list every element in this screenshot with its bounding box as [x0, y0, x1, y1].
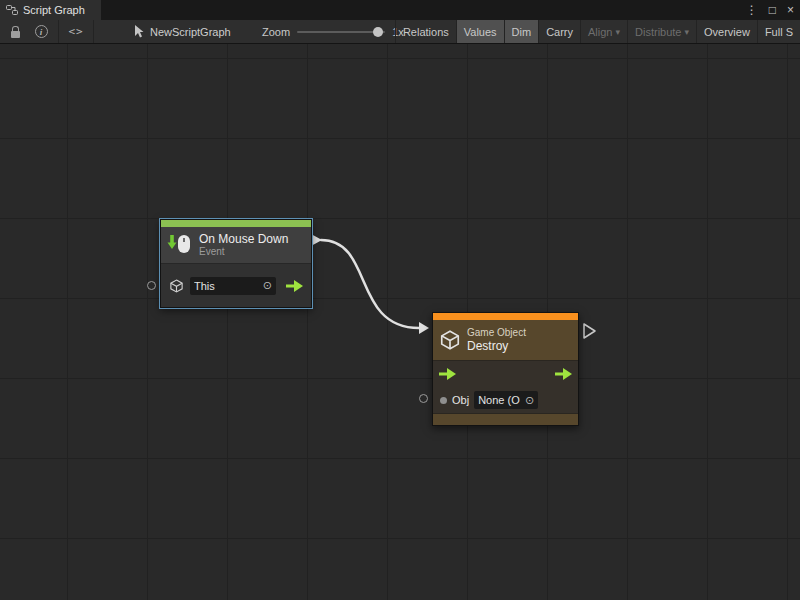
- info-button[interactable]: i: [28, 20, 54, 43]
- overview-button-label: Overview: [704, 26, 750, 38]
- flow-input-port-icon[interactable]: [439, 368, 456, 380]
- graph-name-label: NewScriptGraph: [150, 26, 231, 38]
- object-picker-icon[interactable]: ⊙: [525, 394, 534, 407]
- value-input-port[interactable]: [419, 394, 428, 403]
- toolbar-separator: [93, 20, 94, 43]
- toolbar-left-icons: i <>: [2, 20, 98, 43]
- wire-start-arrow-icon: [311, 234, 322, 246]
- overview-button[interactable]: Overview: [696, 20, 757, 43]
- value-input-port[interactable]: [147, 281, 156, 290]
- graph-canvas[interactable]: On Mouse Down Event This ⊙: [0, 44, 800, 600]
- target-field[interactable]: This ⊙: [190, 277, 276, 295]
- game-object-icon: [439, 329, 461, 351]
- event-accent-bar: [161, 220, 311, 227]
- align-button[interactable]: Align ▾: [580, 20, 627, 43]
- toolbar-separator: [58, 20, 59, 43]
- fullscreen-button[interactable]: Full S: [757, 20, 800, 43]
- dim-button-label: Dim: [512, 26, 532, 38]
- lock-icon: [11, 31, 20, 38]
- script-graph-icon: [6, 4, 18, 16]
- toolbar-buttons: Relations Values Dim Carry Align ▾ Distr…: [395, 20, 800, 43]
- connection-layer: [0, 44, 800, 600]
- zoom-control: Zoom 1x: [262, 20, 404, 43]
- tab-script-graph[interactable]: Script Graph: [0, 0, 101, 20]
- distribute-button[interactable]: Distribute ▾: [627, 20, 696, 43]
- wire-end-arrow-icon: [419, 322, 429, 334]
- destroy-node[interactable]: Game Object Destroy Obj: [432, 312, 579, 426]
- flow-output-port-icon[interactable]: [555, 368, 572, 380]
- window-controls: ⋮ □ ×: [746, 0, 794, 20]
- chevron-down-icon: ▾: [616, 27, 621, 37]
- window-titlebar: Script Graph ⋮ □ ×: [0, 0, 800, 20]
- unity-script-graph-window: Script Graph ⋮ □ × i <> NewScri: [0, 0, 800, 600]
- zoom-slider-knob[interactable]: [373, 27, 383, 37]
- event-node-body: This ⊙: [161, 263, 311, 307]
- graph-toolbar: i <> NewScriptGraph Zoom 1x Relations: [0, 20, 800, 44]
- flow-continuation-icon[interactable]: [584, 324, 595, 338]
- connection-wire[interactable]: [321, 240, 419, 328]
- window-menu-icon[interactable]: ⋮: [746, 0, 758, 20]
- align-button-label: Align: [588, 26, 612, 38]
- relations-button[interactable]: Relations: [395, 20, 456, 43]
- flow-output-port-icon[interactable]: [286, 280, 303, 292]
- values-button-label: Values: [464, 26, 497, 38]
- event-node-titles: On Mouse Down Event: [199, 232, 288, 258]
- graph-breadcrumb[interactable]: NewScriptGraph: [134, 20, 231, 43]
- game-object-icon: [169, 278, 184, 294]
- destroy-node-body: Obj None (O ⊙: [433, 360, 578, 413]
- node-title: Destroy: [467, 339, 526, 353]
- edit-code-button[interactable]: <>: [63, 20, 89, 43]
- event-node-header: On Mouse Down Event: [161, 227, 311, 263]
- relations-button-label: Relations: [403, 26, 449, 38]
- info-icon: i: [35, 25, 48, 38]
- object-picker-icon[interactable]: ⊙: [263, 279, 272, 292]
- dim-button[interactable]: Dim: [504, 20, 539, 43]
- node-category: Game Object: [467, 327, 526, 339]
- node-subtitle: Event: [199, 246, 288, 258]
- mouse-down-event-icon: [167, 232, 193, 258]
- chevron-down-icon: ▾: [685, 27, 690, 37]
- obj-input-row: Obj None (O ⊙: [433, 387, 578, 413]
- window-maximize-icon[interactable]: □: [769, 0, 776, 20]
- on-mouse-down-node[interactable]: On Mouse Down Event This ⊙: [160, 219, 312, 308]
- zoom-slider[interactable]: [297, 31, 385, 33]
- carry-button[interactable]: Carry: [538, 20, 580, 43]
- values-button[interactable]: Values: [456, 20, 504, 43]
- cursor-icon: [134, 25, 144, 38]
- fullscreen-button-label: Full S: [765, 26, 793, 38]
- carry-button-label: Carry: [546, 26, 573, 38]
- destroy-accent-bar: [433, 313, 578, 320]
- value-port-dot-icon[interactable]: [440, 397, 447, 404]
- target-field-value: This: [194, 280, 215, 292]
- zoom-label: Zoom: [262, 26, 290, 38]
- destroy-node-header: Game Object Destroy: [433, 320, 578, 360]
- obj-label: Obj: [452, 394, 469, 406]
- flow-ports-row: [433, 361, 578, 387]
- tab-title: Script Graph: [23, 4, 85, 16]
- destroy-node-footer: [433, 413, 578, 425]
- node-title: On Mouse Down: [199, 232, 288, 246]
- distribute-button-label: Distribute: [635, 26, 681, 38]
- lock-button[interactable]: [2, 20, 28, 43]
- destroy-node-titles: Game Object Destroy: [467, 327, 526, 353]
- obj-field[interactable]: None (O ⊙: [474, 391, 538, 409]
- window-close-icon[interactable]: ×: [787, 0, 794, 20]
- code-icon: <>: [68, 25, 83, 38]
- obj-field-value: None (O: [478, 394, 520, 406]
